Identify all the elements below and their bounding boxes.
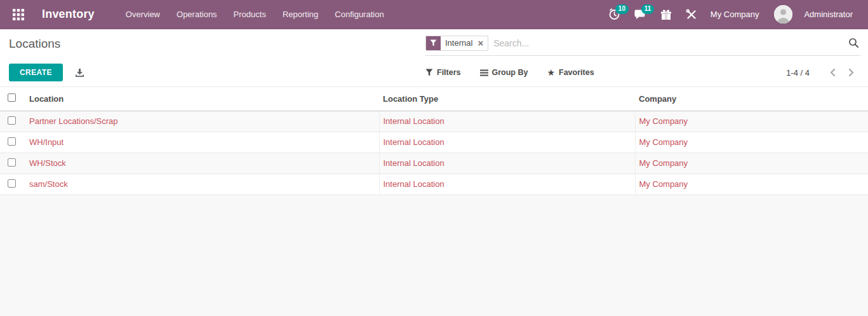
activities-button[interactable]: 10 xyxy=(601,0,627,29)
messages-button[interactable]: 11 xyxy=(627,0,653,29)
column-header-location[interactable]: Location xyxy=(25,87,379,111)
app-name[interactable]: Inventory xyxy=(42,8,95,21)
facet-filter-icon xyxy=(426,36,441,50)
filter-funnel-icon xyxy=(425,69,433,76)
app-menu: Overview Operations Products Reporting C… xyxy=(117,0,392,29)
cell-location: Partner Locations/Scrap xyxy=(29,116,117,126)
column-header-location-type[interactable]: Location Type xyxy=(379,87,635,111)
group-by-icon xyxy=(480,69,488,76)
locations-list: Location Location Type Company Partner L… xyxy=(0,86,868,195)
facet-remove-icon[interactable]: × xyxy=(477,36,488,50)
export-icon[interactable] xyxy=(75,68,84,78)
menu-configuration[interactable]: Configuration xyxy=(326,0,392,29)
search-bar: Internal × xyxy=(425,34,860,56)
group-by-label: Group By xyxy=(492,68,528,77)
user-menu[interactable]: Administrator xyxy=(774,5,859,24)
cell-company: My Company xyxy=(639,116,688,126)
row-checkbox[interactable] xyxy=(8,158,16,167)
table-row[interactable]: Partner Locations/Scrap Internal Locatio… xyxy=(0,111,868,132)
column-header-company[interactable]: Company xyxy=(635,87,868,111)
person-icon xyxy=(774,5,792,24)
grid-icon xyxy=(12,8,25,21)
wrench-icon xyxy=(686,9,697,20)
list-header-row: Location Location Type Company xyxy=(0,87,868,111)
cell-company: My Company xyxy=(639,158,688,168)
favorites-label: Favorites xyxy=(559,68,594,77)
page: Inventory Overview Operations Products R… xyxy=(0,0,868,316)
menu-operations[interactable]: Operations xyxy=(168,0,225,29)
cell-location-type: Internal Location xyxy=(384,116,444,126)
row-checkbox[interactable] xyxy=(8,179,16,188)
search-options: Filters Group By ★ Favorites 1-4 / 4 xyxy=(425,62,860,83)
breadcrumb-title: Locations xyxy=(9,34,425,56)
cell-location-type: Internal Location xyxy=(384,137,444,147)
cell-location: sam/Stock xyxy=(29,179,68,189)
pager: 1-4 / 4 xyxy=(786,65,860,79)
gift-icon xyxy=(660,9,672,20)
avatar xyxy=(774,5,792,24)
menu-overview[interactable]: Overview xyxy=(117,0,168,29)
activity-count-badge: 10 xyxy=(615,4,629,14)
pager-previous-icon[interactable] xyxy=(824,65,842,79)
cell-location-type: Internal Location xyxy=(384,158,444,168)
systray: 10 11 xyxy=(601,0,859,29)
table-row[interactable]: WH/Input Internal Location My Company xyxy=(0,132,868,153)
top-navbar: Inventory Overview Operations Products R… xyxy=(0,0,868,29)
select-all-checkbox[interactable] xyxy=(8,93,16,102)
message-count-badge: 11 xyxy=(641,4,655,14)
user-name: Administrator xyxy=(798,10,859,19)
apps-grid-icon[interactable] xyxy=(8,4,29,25)
create-button[interactable]: CREATE xyxy=(9,64,63,81)
tools-button[interactable] xyxy=(679,0,704,29)
cell-location: WH/Stock xyxy=(29,158,66,168)
table-row[interactable]: WH/Stock Internal Location My Company xyxy=(0,153,868,174)
menu-products[interactable]: Products xyxy=(225,0,274,29)
search-facet-internal: Internal × xyxy=(425,36,488,51)
cell-location-type: Internal Location xyxy=(384,179,444,189)
cell-company: My Company xyxy=(639,137,688,147)
row-checkbox[interactable] xyxy=(8,116,16,125)
search-input[interactable] xyxy=(493,38,848,48)
table-row[interactable]: sam/Stock Internal Location My Company xyxy=(0,174,868,195)
search-icon[interactable] xyxy=(848,38,860,48)
cell-company: My Company xyxy=(639,179,688,189)
pager-next-icon[interactable] xyxy=(842,65,860,79)
company-switcher[interactable]: My Company xyxy=(704,10,766,19)
cell-location: WH/Input xyxy=(29,137,63,147)
group-by-button[interactable]: Group By xyxy=(480,68,528,77)
pager-value[interactable]: 1-4 / 4 xyxy=(786,68,810,78)
facet-label: Internal xyxy=(441,36,477,50)
favorites-button[interactable]: ★ Favorites xyxy=(547,68,594,77)
gift-button[interactable] xyxy=(653,0,679,29)
filters-button[interactable]: Filters xyxy=(425,68,461,77)
menu-reporting[interactable]: Reporting xyxy=(274,0,326,29)
list-buttons: CREATE xyxy=(9,62,425,83)
control-panel: Locations Internal × CREATE xyxy=(0,29,868,86)
star-icon: ★ xyxy=(547,68,555,77)
filters-label: Filters xyxy=(437,68,461,77)
row-checkbox[interactable] xyxy=(8,137,16,146)
